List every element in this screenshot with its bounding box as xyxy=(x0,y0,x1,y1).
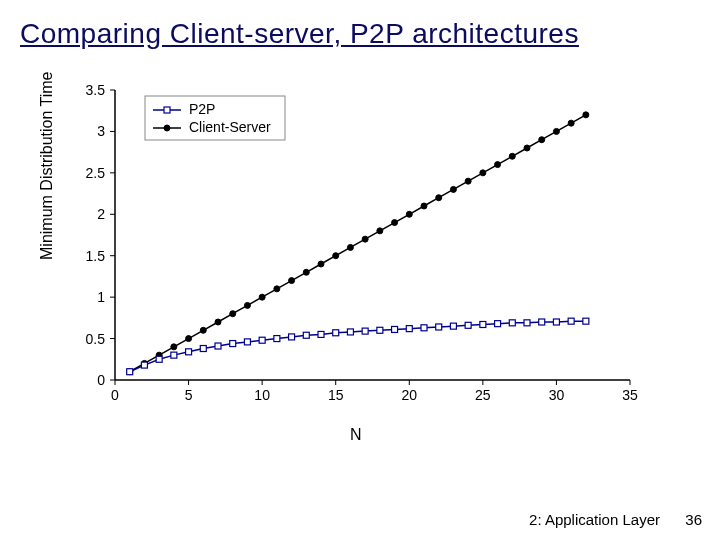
svg-text:2.5: 2.5 xyxy=(86,165,106,181)
svg-text:0: 0 xyxy=(97,372,105,388)
svg-rect-72 xyxy=(215,343,221,349)
svg-rect-71 xyxy=(200,346,206,352)
svg-point-40 xyxy=(215,319,221,325)
svg-rect-92 xyxy=(509,320,515,326)
svg-point-58 xyxy=(480,170,486,176)
svg-point-44 xyxy=(274,286,280,292)
svg-rect-66 xyxy=(127,369,133,375)
svg-point-57 xyxy=(465,178,471,184)
svg-rect-91 xyxy=(495,321,501,327)
svg-point-49 xyxy=(347,244,353,250)
svg-text:5: 5 xyxy=(185,387,193,403)
svg-point-102 xyxy=(164,125,170,131)
svg-rect-96 xyxy=(568,318,574,324)
svg-rect-87 xyxy=(436,324,442,330)
svg-point-61 xyxy=(524,145,530,151)
svg-rect-81 xyxy=(347,329,353,335)
chart-svg: 0510152025303500.511.522.533.5P2PClient-… xyxy=(60,80,640,420)
svg-rect-76 xyxy=(274,336,280,342)
slide-title: Comparing Client-server, P2P architectur… xyxy=(20,18,579,50)
svg-rect-90 xyxy=(480,321,486,327)
svg-point-50 xyxy=(362,236,368,242)
svg-text:15: 15 xyxy=(328,387,344,403)
svg-point-65 xyxy=(583,112,589,118)
svg-rect-80 xyxy=(333,330,339,336)
svg-point-55 xyxy=(436,195,442,201)
svg-text:3: 3 xyxy=(97,123,105,139)
svg-text:35: 35 xyxy=(622,387,638,403)
svg-text:0: 0 xyxy=(111,387,119,403)
svg-text:30: 30 xyxy=(549,387,565,403)
svg-rect-74 xyxy=(244,339,250,345)
svg-rect-75 xyxy=(259,337,265,343)
svg-rect-77 xyxy=(289,334,295,340)
y-axis-label: Minimum Distribution Time xyxy=(38,72,56,260)
svg-text:0.5: 0.5 xyxy=(86,331,106,347)
svg-rect-78 xyxy=(303,332,309,338)
svg-rect-97 xyxy=(583,318,589,324)
footer-page: 36 xyxy=(685,511,702,528)
svg-rect-68 xyxy=(156,356,162,362)
svg-rect-69 xyxy=(171,352,177,358)
svg-point-54 xyxy=(421,203,427,209)
svg-rect-93 xyxy=(524,320,530,326)
svg-point-64 xyxy=(568,120,574,126)
svg-rect-67 xyxy=(141,362,147,368)
svg-text:10: 10 xyxy=(254,387,270,403)
chart-area: 0510152025303500.511.522.533.5P2PClient-… xyxy=(60,80,640,460)
svg-point-47 xyxy=(318,261,324,267)
svg-rect-85 xyxy=(406,326,412,332)
svg-text:1: 1 xyxy=(97,289,105,305)
legend-p2p: P2P xyxy=(189,101,215,117)
svg-point-53 xyxy=(406,211,412,217)
svg-point-41 xyxy=(230,311,236,317)
svg-point-56 xyxy=(450,186,456,192)
footer-section: 2: Application Layer xyxy=(529,511,660,528)
svg-rect-73 xyxy=(230,341,236,347)
svg-point-60 xyxy=(509,153,515,159)
svg-rect-94 xyxy=(539,319,545,325)
svg-rect-84 xyxy=(392,326,398,332)
svg-point-38 xyxy=(186,336,192,342)
svg-rect-83 xyxy=(377,327,383,333)
svg-rect-88 xyxy=(450,323,456,329)
svg-point-48 xyxy=(333,253,339,259)
svg-rect-70 xyxy=(186,349,192,355)
svg-text:20: 20 xyxy=(401,387,417,403)
svg-point-39 xyxy=(200,327,206,333)
svg-rect-95 xyxy=(553,319,559,325)
svg-point-43 xyxy=(259,294,265,300)
svg-text:1.5: 1.5 xyxy=(86,248,106,264)
slide-root: Comparing Client-server, P2P architectur… xyxy=(0,0,720,540)
svg-rect-86 xyxy=(421,325,427,331)
svg-point-52 xyxy=(392,220,398,226)
svg-point-42 xyxy=(244,302,250,308)
svg-text:2: 2 xyxy=(97,206,105,222)
legend-cs: Client-Server xyxy=(189,119,271,135)
svg-point-51 xyxy=(377,228,383,234)
svg-point-45 xyxy=(289,278,295,284)
svg-text:3.5: 3.5 xyxy=(86,82,106,98)
svg-rect-100 xyxy=(164,107,170,113)
svg-rect-79 xyxy=(318,331,324,337)
svg-text:25: 25 xyxy=(475,387,491,403)
svg-point-62 xyxy=(539,137,545,143)
svg-point-63 xyxy=(553,128,559,134)
svg-rect-82 xyxy=(362,328,368,334)
svg-point-37 xyxy=(171,344,177,350)
svg-point-59 xyxy=(495,162,501,168)
svg-point-46 xyxy=(303,269,309,275)
svg-rect-89 xyxy=(465,322,471,328)
